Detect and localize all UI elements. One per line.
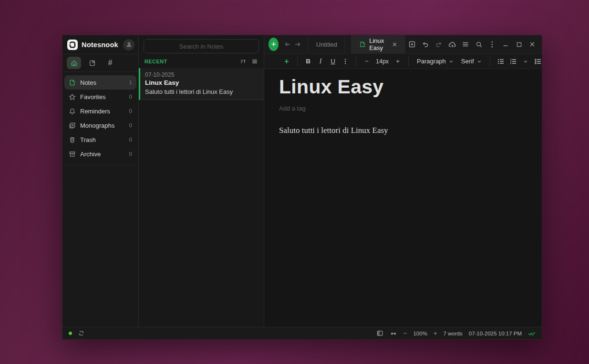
sync-status-icon[interactable] — [78, 330, 84, 336]
sidebar-header: Notesnook — [62, 35, 138, 54]
back-button[interactable] — [282, 40, 292, 48]
zoom-in-button[interactable]: + — [434, 330, 437, 337]
archive-icon — [69, 151, 76, 158]
trash-icon — [69, 136, 76, 143]
sidebar-item-favorites[interactable]: Favorites 0 — [64, 90, 136, 104]
panel-toggle-icon[interactable] — [376, 330, 383, 337]
status-bar: − 100% + 7 words 07-10-2025 10:17 PM — [62, 327, 542, 339]
new-window-note-icon[interactable] — [405, 38, 419, 51]
formatting-toolbar: + B I U ⋮ − 14px + Paragraph — [264, 53, 542, 69]
note-icon — [69, 79, 76, 86]
block-type-dropdown[interactable]: Paragraph — [413, 56, 457, 67]
recent-section-label: RECENT — [145, 59, 240, 64]
sidebar-item-count: 0 — [129, 108, 132, 114]
word-count: 7 words — [443, 331, 462, 336]
sidebar-item-count: 0 — [129, 122, 132, 128]
maximize-button[interactable] — [512, 38, 526, 51]
sidebar-item-label: Monographs — [80, 122, 125, 129]
bell-icon — [69, 108, 76, 115]
saved-check-icon — [528, 330, 536, 336]
undo-icon[interactable] — [419, 38, 432, 51]
account-button[interactable] — [123, 39, 134, 51]
note-title: Linux Easy — [145, 79, 259, 86]
sidebar-item-count: 1 — [129, 80, 132, 85]
sidebar-item-trash[interactable]: Trash 0 — [64, 132, 136, 147]
chevron-down-icon — [477, 59, 482, 64]
star-icon — [69, 93, 76, 101]
editor-tab-bar: + Untitled Linux Easy ✕ — [264, 35, 542, 53]
hash-icon: # — [108, 59, 113, 67]
font-size-value[interactable]: 14px — [373, 58, 392, 65]
checklist-button[interactable] — [532, 56, 542, 67]
sidebar-item-notes[interactable]: Notes 1 — [64, 75, 136, 90]
online-status-dot — [69, 332, 72, 335]
app-title: Notesnook — [82, 41, 123, 49]
sync-cloud-icon[interactable] — [445, 38, 459, 51]
file-icon — [359, 41, 366, 48]
editor-panel: + Untitled Linux Easy ✕ — [264, 35, 542, 327]
zoom-level[interactable]: 100% — [413, 331, 427, 336]
font-family-dropdown[interactable]: Serif — [457, 56, 486, 67]
search-icon[interactable] — [472, 38, 486, 51]
sidebar-item-label: Reminders — [80, 108, 125, 115]
sidebar-item-reminders[interactable]: Reminders 0 — [64, 104, 136, 118]
editor-content[interactable]: Linux Easy Add a tag Saluto tutti i lett… — [264, 69, 542, 327]
more-options-icon[interactable]: ⋮ — [486, 38, 499, 51]
close-window-button[interactable] — [526, 38, 539, 51]
notebooks-button[interactable] — [85, 57, 99, 69]
sidebar-item-count: 0 — [129, 151, 132, 157]
list-view-button[interactable] — [251, 58, 258, 65]
note-date: 07-10-2025 — [145, 71, 259, 78]
bullet-list-button[interactable] — [495, 56, 507, 67]
new-note-button[interactable]: + — [269, 38, 279, 51]
sidebar-item-label: Trash — [80, 136, 125, 143]
sidebar-item-label: Notes — [80, 79, 125, 86]
decrease-font-button[interactable]: − — [361, 56, 373, 67]
sidebar-quick-row: # — [62, 54, 138, 72]
tab-label: Linux Easy — [369, 37, 388, 51]
sidebar-nav: Notes 1 Favorites 0 Reminders 0 — [62, 72, 138, 165]
minimize-button[interactable] — [499, 38, 512, 51]
tab-label: Untitled — [316, 41, 337, 48]
sidebar-item-count: 0 — [129, 137, 132, 142]
recent-header: RECENT — [139, 57, 264, 68]
tab-untitled[interactable]: Untitled — [308, 35, 345, 53]
italic-button[interactable]: I — [314, 56, 327, 67]
sidebar-item-label: Favorites — [80, 93, 125, 101]
forward-button[interactable] — [293, 40, 303, 48]
sidebar-divider — [65, 165, 135, 165]
tags-button[interactable]: # — [103, 57, 117, 69]
sidebar-item-monographs[interactable]: Monographs 0 — [64, 118, 136, 132]
insert-button[interactable]: + — [280, 56, 293, 67]
sidebar-item-archive[interactable]: Archive 0 — [64, 147, 136, 161]
note-list-item[interactable]: 07-10-2025 Linux Easy Saluto tutti i let… — [139, 68, 264, 100]
focus-mode-icon[interactable] — [390, 330, 397, 337]
main-area: Notesnook # — [62, 35, 542, 327]
underline-button[interactable]: U — [327, 56, 339, 67]
chevron-down-icon — [449, 59, 454, 64]
note-body-text[interactable]: Saluto tutti i lettori di Linux Easy — [279, 126, 527, 135]
notesnook-logo-icon — [67, 40, 78, 50]
table-of-contents-icon[interactable] — [459, 38, 472, 51]
search-input[interactable] — [144, 39, 259, 53]
zoom-out-button[interactable]: − — [403, 330, 407, 337]
notes-list-panel: RECENT 07-10-2025 Linux Easy Saluto tutt… — [139, 35, 264, 327]
tab-linux-easy[interactable]: Linux Easy ✕ — [351, 35, 405, 53]
more-formatting-icon[interactable]: ⋮ — [339, 56, 351, 67]
sidebar: Notesnook # — [62, 35, 139, 327]
plus-icon: + — [271, 40, 276, 49]
sort-button[interactable] — [240, 58, 247, 65]
note-title-input[interactable]: Linux Easy — [279, 76, 527, 98]
increase-font-button[interactable]: + — [392, 56, 404, 67]
desktop: { "app": { "title": "Notesnook" }, "colo… — [0, 0, 589, 364]
tab-close-icon[interactable]: ✕ — [392, 41, 397, 48]
home-button[interactable] — [67, 57, 81, 69]
saved-timestamp: 07-10-2025 10:17 PM — [469, 331, 522, 336]
notesnook-window: Notesnook # — [62, 35, 542, 340]
bold-button[interactable]: B — [302, 56, 314, 67]
status-bar-right: − 100% + 7 words 07-10-2025 10:17 PM — [376, 330, 536, 337]
list-options-chevron-icon[interactable] — [519, 56, 532, 67]
numbered-list-button[interactable] — [507, 56, 519, 67]
redo-icon[interactable] — [432, 38, 445, 51]
add-tag-input[interactable]: Add a tag — [279, 105, 527, 112]
